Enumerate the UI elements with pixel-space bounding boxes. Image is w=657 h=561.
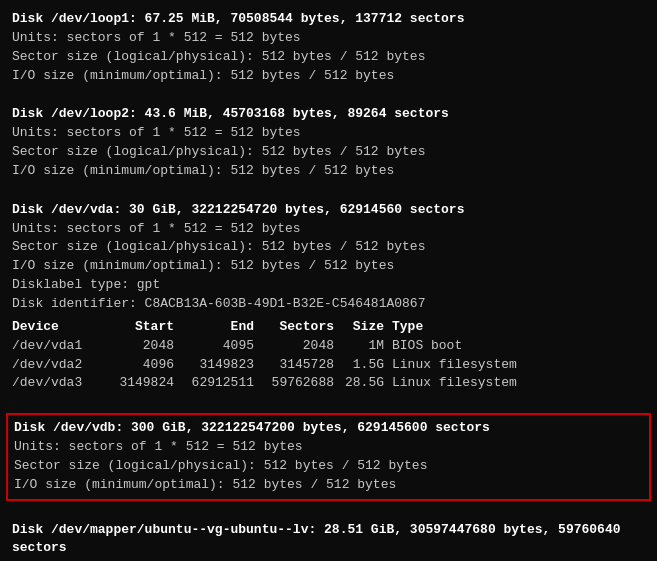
cell-size: 1.5G	[342, 356, 392, 375]
cell-device: /dev/vda2	[12, 356, 102, 375]
cell-sectors: 2048	[262, 337, 342, 356]
cell-sectors: 3145728	[262, 356, 342, 375]
cell-size: 1M	[342, 337, 392, 356]
table-row-vda-2: /dev/vda3 3149824 62912511 59762688 28.5…	[12, 374, 645, 393]
disk-header-mapper: Disk /dev/mapper/ubuntu--vg-ubuntu--lv: …	[12, 521, 645, 559]
cell-type: Linux filesystem	[392, 374, 645, 393]
disk-section-vda: Disk /dev/vda: 30 GiB, 32212254720 bytes…	[12, 201, 645, 393]
cell-device: /dev/vda3	[12, 374, 102, 393]
table-row-vda-1: /dev/vda2 4096 3149823 3145728 1.5G Linu…	[12, 356, 645, 375]
cell-end: 62912511	[182, 374, 262, 393]
cell-sectors: 59762688	[262, 374, 342, 393]
disk-info-line-loop2-1: Sector size (logical/physical): 512 byte…	[12, 143, 645, 162]
disk-section-loop2: Disk /dev/loop2: 43.6 MiB, 45703168 byte…	[12, 105, 645, 180]
table-header-vda: Device Start End Sectors Size Type	[12, 318, 645, 337]
col-end-label: End	[182, 318, 262, 337]
disk-info-line-vdb-1: Sector size (logical/physical): 512 byte…	[14, 457, 643, 476]
disk-header-loop1: Disk /dev/loop1: 67.25 MiB, 70508544 byt…	[12, 10, 645, 29]
disk-header-vda: Disk /dev/vda: 30 GiB, 32212254720 bytes…	[12, 201, 645, 220]
disk-section-vdb: Disk /dev/vdb: 300 GiB, 322122547200 byt…	[6, 413, 651, 500]
cell-type: BIOS boot	[392, 337, 645, 356]
disk-info-line-loop1-2: I/O size (minimum/optimal): 512 bytes / …	[12, 67, 645, 86]
disk-section-mapper: Disk /dev/mapper/ubuntu--vg-ubuntu--lv: …	[12, 521, 645, 561]
disk-info-line-vda-1: Sector size (logical/physical): 512 byte…	[12, 238, 645, 257]
cell-start: 3149824	[102, 374, 182, 393]
disk-info-line-loop2-0: Units: sectors of 1 * 512 = 512 bytes	[12, 124, 645, 143]
disk-info-line-vda-3: Disklabel type: gpt	[12, 276, 645, 295]
disk-section-loop1: Disk /dev/loop1: 67.25 MiB, 70508544 byt…	[12, 10, 645, 85]
disk-header-loop2: Disk /dev/loop2: 43.6 MiB, 45703168 byte…	[12, 105, 645, 124]
disk-info-line-vda-0: Units: sectors of 1 * 512 = 512 bytes	[12, 220, 645, 239]
cell-size: 28.5G	[342, 374, 392, 393]
terminal-output: Disk /dev/loop1: 67.25 MiB, 70508544 byt…	[12, 10, 645, 561]
table-row-vda-0: /dev/vda1 2048 4095 2048 1M BIOS boot	[12, 337, 645, 356]
disk-info-line-loop2-2: I/O size (minimum/optimal): 512 bytes / …	[12, 162, 645, 181]
cell-end: 4095	[182, 337, 262, 356]
col-type-label: Type	[392, 318, 645, 337]
col-start-label: Start	[102, 318, 182, 337]
disk-info-line-vda-4: Disk identifier: C8ACB13A-603B-49D1-B32E…	[12, 295, 645, 314]
disk-info-line-vdb-0: Units: sectors of 1 * 512 = 512 bytes	[14, 438, 643, 457]
disk-info-line-vda-2: I/O size (minimum/optimal): 512 bytes / …	[12, 257, 645, 276]
cell-device: /dev/vda1	[12, 337, 102, 356]
cell-type: Linux filesystem	[392, 356, 645, 375]
col-sectors-label: Sectors	[262, 318, 342, 337]
disk-info-line-loop1-0: Units: sectors of 1 * 512 = 512 bytes	[12, 29, 645, 48]
col-size-label: Size	[342, 318, 392, 337]
cell-start: 2048	[102, 337, 182, 356]
disk-header-vdb: Disk /dev/vdb: 300 GiB, 322122547200 byt…	[14, 419, 643, 438]
col-device-label: Device	[12, 318, 102, 337]
cell-end: 3149823	[182, 356, 262, 375]
disk-info-line-loop1-1: Sector size (logical/physical): 512 byte…	[12, 48, 645, 67]
cell-start: 4096	[102, 356, 182, 375]
disk-info-line-vdb-2: I/O size (minimum/optimal): 512 bytes / …	[14, 476, 643, 495]
